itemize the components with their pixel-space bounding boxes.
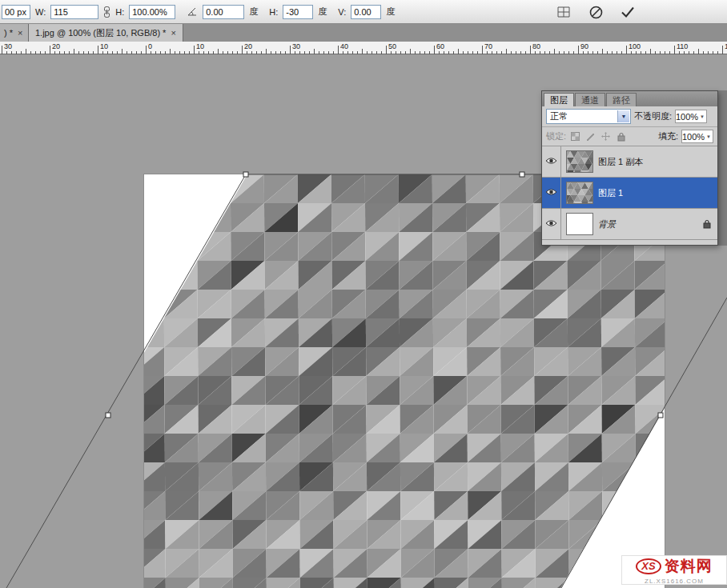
- v-skew-field[interactable]: [351, 5, 381, 19]
- h-skew-field[interactable]: [283, 5, 313, 19]
- layer-thumbnail[interactable]: [566, 150, 593, 173]
- rotate-angle-field[interactable]: [203, 5, 244, 19]
- ruler-label: 20: [244, 42, 252, 50]
- tab-channels[interactable]: 通道: [575, 93, 605, 106]
- layer-thumbnail-white[interactable]: [566, 213, 593, 235]
- close-tab-icon[interactable]: ×: [171, 29, 175, 38]
- handle-middle-left[interactable]: [106, 413, 110, 418]
- photoshop-window: { "options_bar": { "x_value": "00 px", "…: [0, 0, 727, 588]
- ruler-label: 50: [388, 42, 396, 50]
- h-skew-label: H:: [269, 7, 278, 17]
- document-tab-bar: ) * × 1.jpg @ 100% (图层 10, RGB/8) * ×: [0, 24, 727, 42]
- ruler-label: 40: [340, 42, 348, 50]
- ruler-label: 60: [436, 42, 444, 50]
- lock-transparent-pixels-icon[interactable]: [569, 130, 581, 142]
- watermark-logo: XS: [636, 558, 661, 574]
- opacity-label: 不透明度:: [634, 110, 672, 122]
- width-label: W:: [35, 7, 46, 17]
- fill-value: 100%: [682, 132, 705, 142]
- ruler-label: 30: [4, 42, 12, 50]
- blend-mode-select[interactable]: 正常 ▼: [546, 109, 631, 124]
- link-dimensions-icon[interactable]: [103, 6, 110, 18]
- eye-icon: [545, 157, 557, 166]
- opacity-value: 100%: [676, 112, 698, 122]
- cancel-transform-icon[interactable]: [586, 2, 605, 22]
- blend-mode-row: 正常 ▼ 不透明度: 100% ▼: [542, 106, 717, 127]
- width-field[interactable]: [50, 5, 98, 19]
- visibility-toggle[interactable]: [542, 146, 561, 177]
- v-skew-degree-label: 度: [386, 6, 395, 18]
- visibility-toggle[interactable]: [542, 178, 561, 208]
- visibility-toggle[interactable]: [542, 209, 561, 239]
- blend-mode-value: 正常: [550, 110, 568, 122]
- close-tab-icon[interactable]: ×: [18, 29, 22, 38]
- ruler-label: 0: [148, 42, 152, 50]
- tab-layers[interactable]: 图层: [544, 93, 574, 106]
- lock-label: 锁定:: [546, 130, 566, 142]
- h-skew-degree-label: 度: [318, 6, 327, 18]
- slider-arrow-icon: ▼: [706, 134, 711, 139]
- v-skew-label: V:: [338, 7, 346, 17]
- ruler-label: 70: [484, 42, 492, 50]
- lock-all-icon[interactable]: [615, 130, 627, 142]
- eye-icon: [545, 188, 557, 198]
- opacity-input[interactable]: 100% ▼: [675, 110, 707, 123]
- tab-paths[interactable]: 路径: [606, 93, 637, 106]
- panel-dock-edge: [718, 90, 727, 246]
- warp-mode-icon[interactable]: [554, 2, 573, 22]
- ruler-label: 80: [532, 42, 540, 50]
- layer-row-background[interactable]: 背景: [542, 209, 717, 240]
- layer-thumbnail[interactable]: [566, 182, 593, 204]
- ruler-label: 10: [100, 42, 108, 50]
- x-position-field[interactable]: [2, 5, 30, 19]
- ruler-label: 90: [580, 42, 588, 50]
- horizontal-ruler: 30201001020304050607080901001101: [0, 42, 727, 54]
- site-watermark: XS 资料网 ZL.XS1616.COM: [621, 555, 727, 585]
- slider-arrow-icon: ▼: [700, 114, 705, 119]
- tab-partial-label: ) *: [4, 28, 13, 38]
- transform-action-buttons: [554, 0, 637, 24]
- ruler-ticks: [0, 42, 727, 54]
- rotate-degree-label: 度: [249, 6, 258, 18]
- tab-document-active[interactable]: 1.jpg @ 100% (图层 10, RGB/8) * ×: [29, 24, 183, 42]
- tab-document-partial[interactable]: ) * ×: [0, 24, 29, 42]
- layer-name[interactable]: 背景: [598, 218, 616, 230]
- ruler-label: 30: [292, 42, 300, 50]
- layers-panel-tabs: 图层 通道 路径: [542, 91, 717, 106]
- height-label: H:: [115, 7, 124, 17]
- ruler-label: 100: [629, 42, 641, 50]
- ruler-label: 110: [677, 42, 688, 50]
- lock-position-icon[interactable]: [600, 130, 612, 142]
- layer-row-copy[interactable]: 图层 1 副本: [542, 146, 717, 178]
- layers-panel: 图层 通道 路径 正常 ▼ 不透明度: 100% ▼ 锁定: 填充: 100: [541, 90, 718, 246]
- fill-label: 填充:: [658, 130, 678, 142]
- background-lock-icon: [703, 219, 711, 229]
- layer-name[interactable]: 图层 1: [598, 187, 623, 199]
- tab-active-label: 1.jpg @ 100% (图层 10, RGB/8) *: [35, 27, 166, 39]
- chevron-down-icon: ▼: [617, 110, 629, 122]
- eye-icon: [545, 219, 557, 229]
- lock-row: 锁定: 填充: 100% ▼: [542, 127, 717, 146]
- rotate-angle-icon: [187, 6, 198, 17]
- ruler-label: 20: [52, 42, 60, 50]
- lock-image-pixels-icon[interactable]: [584, 130, 596, 142]
- layer-name[interactable]: 图层 1 副本: [598, 156, 643, 168]
- layer-row-selected[interactable]: 图层 1: [542, 178, 717, 209]
- ruler-label: 10: [196, 42, 204, 50]
- fill-input[interactable]: 100% ▼: [681, 130, 713, 143]
- watermark-title: 资料网: [665, 556, 713, 577]
- transform-options-bar: W: H: 度 H: 度 V: 度: [0, 0, 727, 24]
- height-field[interactable]: [129, 5, 175, 19]
- watermark-subtitle: ZL.XS1616.COM: [645, 578, 704, 585]
- commit-transform-icon[interactable]: [618, 2, 637, 22]
